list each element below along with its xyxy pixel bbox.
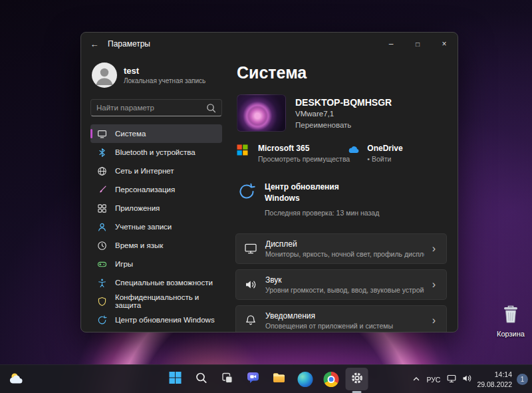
person-icon: [97, 222, 107, 232]
bluetooth-icon: [97, 148, 107, 158]
sidebar-item-label: Конфиденциальность и защита: [115, 293, 215, 309]
volume-tray-button[interactable]: [462, 373, 472, 386]
rename-button[interactable]: Переименовать: [295, 121, 351, 129]
brush-icon: [97, 185, 107, 195]
bell-icon: [244, 314, 257, 327]
chrome-icon: [323, 372, 338, 387]
taskbar-search-button[interactable]: [190, 368, 213, 390]
apps-grid-icon: [97, 203, 107, 213]
windows-logo-icon: [169, 371, 182, 387]
sidebar-item-label: Персонализация: [115, 186, 175, 194]
promo-title: Microsoft 365: [258, 144, 350, 153]
card-subtitle: Оповещения от приложений и системы: [265, 322, 393, 330]
sidebar-item-label: Игры: [115, 260, 133, 268]
settings-app-button[interactable]: [346, 368, 368, 390]
microsoft365-promo[interactable]: Microsoft 365 Просмотреть преимущества: [237, 144, 346, 163]
device-name: DESKTOP-BQMHSGR: [295, 97, 392, 108]
speaker-icon: [244, 278, 257, 291]
promo-title: OneDrive: [367, 144, 402, 153]
settings-search[interactable]: [90, 99, 222, 116]
notification-badge[interactable]: 1: [517, 374, 528, 385]
tray-date: 29.08.2022: [477, 380, 512, 389]
sidebar-item-accessibility[interactable]: Специальные возможности: [90, 273, 222, 292]
recycle-bin[interactable]: Корзина: [492, 303, 529, 338]
device-thumbnail: [237, 94, 286, 132]
selection-indicator: [90, 129, 92, 138]
taskbar: РУС 14:14 29.08.2022 1: [0, 364, 532, 393]
sidebar-item-windows-update[interactable]: Центр обновления Windows: [90, 311, 222, 329]
sidebar-item-label: Специальные возможности: [115, 279, 213, 287]
card-title: Звук: [265, 275, 424, 285]
system-icon: [97, 129, 107, 139]
network-tray-button[interactable]: [446, 373, 457, 386]
accessibility-icon: [97, 278, 107, 288]
account-info[interactable]: test Локальная учетная запись: [92, 62, 222, 88]
sidebar-item-network-internet[interactable]: Сеть и Интернет: [90, 162, 222, 180]
language-indicator[interactable]: РУС: [425, 376, 442, 384]
chrome-browser-button[interactable]: [320, 368, 342, 390]
settings-sidebar: test Локальная учетная запись Система: [81, 55, 230, 332]
back-button[interactable]: ←: [81, 33, 108, 55]
status-dot: •: [367, 155, 370, 163]
edge-browser-button[interactable]: [294, 368, 317, 390]
settings-window: ← Параметры – □ × test Локальная учетная…: [80, 32, 458, 332]
start-button[interactable]: [164, 368, 187, 390]
update-title: Центр обновления Windows: [265, 182, 358, 205]
windows-update-icon: [237, 182, 257, 201]
titlebar: ← Параметры – □ ×: [81, 33, 458, 55]
windows-update-status[interactable]: Центр обновления Windows Последняя прове…: [237, 182, 447, 217]
search-icon: [206, 103, 216, 113]
maximize-button[interactable]: □: [404, 33, 431, 55]
chevron-right-icon: ›: [432, 315, 440, 327]
card-sound[interactable]: Звук Уровни громкости, вывод, ввод, звук…: [235, 269, 447, 300]
gamepad-icon: [97, 259, 107, 269]
update-arrows-icon: [97, 315, 107, 325]
window-title: Параметры: [108, 39, 150, 49]
shield-icon: [97, 297, 107, 307]
chat-button[interactable]: [242, 368, 265, 390]
microsoft-365-icon: [237, 144, 251, 156]
task-view-button[interactable]: [216, 368, 239, 390]
sidebar-item-time-language[interactable]: Время и язык: [90, 236, 222, 255]
search-icon: [195, 372, 207, 387]
clock-icon: [97, 241, 107, 251]
search-input[interactable]: [96, 104, 206, 112]
card-notifications[interactable]: Уведомления Оповещения от приложений и с…: [235, 305, 447, 332]
onedrive-promo[interactable]: OneDrive •Войти: [346, 144, 447, 163]
card-display[interactable]: Дисплей Мониторы, яркость, ночной свет, …: [235, 233, 447, 264]
card-subtitle: Уровни громкости, вывод, ввод, звуковые …: [265, 286, 424, 294]
minimize-button[interactable]: –: [378, 33, 404, 55]
tray-expand-button[interactable]: [412, 374, 420, 386]
volume-icon: [462, 373, 472, 386]
settings-content: Система DESKTOP-BQMHSGR VMware7,1 Переим…: [230, 55, 458, 332]
chevron-right-icon: ›: [432, 243, 440, 255]
widgets-button[interactable]: [5, 369, 27, 390]
promo-subtitle: Войти: [372, 155, 391, 163]
sidebar-item-apps[interactable]: Приложения: [90, 199, 222, 217]
chat-icon: [246, 370, 261, 388]
sidebar-item-system[interactable]: Система: [90, 124, 222, 143]
sidebar-item-personalization[interactable]: Персонализация: [90, 180, 222, 199]
chevron-up-icon: [412, 374, 420, 386]
recycle-bin-label: Корзина: [497, 330, 525, 338]
edge-icon: [297, 372, 313, 387]
device-info: DESKTOP-BQMHSGR VMware7,1 Переименовать: [237, 94, 447, 132]
chevron-right-icon: ›: [432, 279, 440, 291]
system-tray: РУС 14:14 29.08.2022 1: [412, 365, 528, 393]
gear-icon: [350, 371, 364, 388]
sidebar-item-label: Центр обновления Windows: [115, 316, 215, 324]
file-explorer-button[interactable]: [268, 368, 291, 390]
weather-icon: [8, 370, 24, 389]
folder-icon: [272, 370, 287, 388]
sidebar-item-bluetooth-devices[interactable]: Bluetooth и устройства: [90, 143, 222, 162]
close-button[interactable]: ×: [431, 33, 458, 55]
clock[interactable]: 14:14 29.08.2022: [477, 370, 512, 388]
display-icon: [244, 242, 257, 255]
sidebar-item-privacy-security[interactable]: Конфиденциальность и защита: [90, 292, 222, 311]
sidebar-item-label: Bluetooth и устройства: [115, 148, 196, 156]
promo-subtitle: Просмотреть преимущества: [258, 155, 350, 163]
sidebar-item-gaming[interactable]: Игры: [90, 255, 222, 273]
sidebar-item-accounts[interactable]: Учетные записи: [90, 217, 222, 236]
globe-icon: [97, 166, 107, 176]
sidebar-item-label: Приложения: [115, 204, 160, 212]
